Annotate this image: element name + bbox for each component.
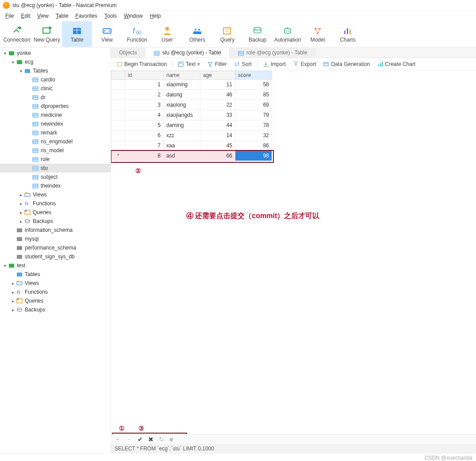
tab-role-ecg-yonke-table[interactable]: role @ecg (yonke) - Table (230, 48, 315, 58)
toolbar-charts-button[interactable]: Charts (333, 21, 363, 47)
stop-icon[interactable]: ■ (169, 436, 173, 443)
tree-item-stu[interactable]: stu (0, 164, 111, 173)
menu-window[interactable]: Window (120, 12, 146, 20)
toolbar-function-button[interactable]: f(x)Function (122, 21, 152, 47)
delete-record-icon[interactable]: － (126, 435, 132, 443)
tree-item-yonke[interactable]: ▾yonke (0, 49, 111, 58)
column-header-id[interactable]: id (125, 71, 164, 80)
tree-item-views[interactable]: ▸Views (0, 190, 111, 199)
toolbar-others-button[interactable]: Others (182, 21, 212, 47)
main-area: Objectsstu @ecg (yonke) - Tablerole @ecg… (111, 48, 476, 453)
tree-twisty-icon[interactable]: ▸ (18, 192, 24, 197)
svg-point-73 (17, 308, 22, 310)
text-mode-button[interactable]: Text ▾ (175, 60, 203, 68)
tree-twisty-icon[interactable]: ▾ (2, 263, 8, 268)
create-chart-button[interactable]: Create Chart (375, 60, 418, 68)
tree-item-performance_schema[interactable]: performance_schema (0, 243, 111, 252)
record-edit-toolbar: ＋ － ✔ ✖ ↻ ■ (111, 434, 476, 444)
menu-help[interactable]: Help (146, 12, 165, 20)
table-row[interactable]: *8asd6698 (111, 151, 272, 161)
tree-item-tables[interactable]: ▾Tables (0, 66, 111, 75)
table-row[interactable]: 3xiaolong2269 (111, 100, 272, 110)
tree-twisty-icon[interactable]: ▾ (10, 60, 16, 65)
export-button[interactable]: Export (290, 60, 319, 68)
toolbar-view-button[interactable]: View (92, 21, 122, 47)
tree-item-role[interactable]: role (0, 155, 111, 164)
menu-file[interactable]: File (2, 12, 17, 20)
refresh-icon[interactable]: ↻ (159, 436, 164, 443)
tree-item-dtproperties[interactable]: dtproperties (0, 102, 111, 111)
tree-item-queries[interactable]: ▸Queries (0, 296, 111, 305)
tree-twisty-icon[interactable]: ▾ (18, 69, 24, 73)
tree-item-functions[interactable]: ▸fxFunctions (0, 199, 111, 208)
tree-twisty-icon[interactable]: ▸ (10, 307, 16, 312)
svg-rect-65 (17, 255, 22, 259)
tree-item-remark[interactable]: remark (0, 128, 111, 137)
filter-button[interactable]: Filter (204, 60, 230, 68)
tab-objects[interactable]: Objects (111, 48, 146, 58)
menu-view[interactable]: View (34, 12, 52, 20)
tree-item-student_sign_sys_db[interactable]: student_sign_sys_db (0, 252, 111, 261)
toolbar-query-button[interactable]: Query (212, 21, 242, 47)
table-row[interactable]: 6xzz1432 (111, 131, 272, 141)
table-row[interactable]: 7xaa4586 (111, 141, 272, 151)
tree-item-theindex[interactable]: theindex (0, 181, 111, 190)
toolbar-table-button[interactable]: Table (62, 21, 92, 47)
tree-item-ris_engmodel[interactable]: ris_engmodel (0, 137, 111, 146)
begin-transaction-button[interactable]: Begin Transaction (114, 60, 169, 68)
table-row[interactable]: 2dalong4685 (111, 90, 272, 100)
tree-twisty-icon[interactable]: ▸ (18, 201, 24, 206)
charts-icon (342, 25, 354, 36)
tree-item-dr[interactable]: dr (0, 93, 111, 102)
menu-table[interactable]: Table (52, 12, 72, 20)
tree-twisty-icon[interactable]: ▸ (10, 290, 16, 295)
column-header-age[interactable]: age (200, 71, 235, 80)
column-header-score[interactable]: score (235, 71, 272, 80)
tree-item-mysql[interactable]: mysql (0, 234, 111, 243)
tree-item-backups[interactable]: ▸Backups (0, 305, 111, 314)
toolbar-connection-button[interactable]: Connection (2, 21, 32, 47)
tree-item-ecg[interactable]: ▾ecg (0, 58, 111, 66)
tree-item-subject[interactable]: subject (0, 173, 111, 181)
tree-item-queries[interactable]: ▸Queries (0, 208, 111, 217)
tree-item-cardio[interactable]: cardio (0, 75, 111, 84)
tree-twisty-icon[interactable]: ▸ (10, 281, 16, 286)
toolbar-automation-button[interactable]: Automation (273, 21, 303, 47)
toolbar-backup-button[interactable]: Backup (242, 21, 273, 47)
tree-item-functions[interactable]: ▸fxFunctions (0, 288, 111, 296)
table-row[interactable]: 4xiaojiangds3379 (111, 110, 272, 120)
tree-item-information_schema[interactable]: information_schema (0, 226, 111, 234)
tree-twisty-icon[interactable]: ▸ (18, 210, 24, 215)
tree-item-test[interactable]: ▾test (0, 261, 111, 270)
tab-stu-ecg-yonke-table[interactable]: stu @ecg (yonke) - Table (146, 48, 230, 58)
import-button[interactable]: Import (260, 60, 288, 68)
tree-twisty-icon[interactable]: ▸ (10, 299, 16, 303)
sort-button[interactable]: Sort (231, 60, 254, 68)
tree-item-tables[interactable]: Tables (0, 270, 111, 279)
data-grid[interactable]: idnameagescore1xiaoming11582dalong46853x… (111, 71, 476, 453)
toolbar-model-button[interactable]: Model (303, 21, 333, 47)
table-row[interactable]: 1xiaoming1158 (111, 80, 272, 90)
toolbar-new-query-button[interactable]: New Query (32, 21, 62, 47)
apply-record-icon[interactable]: ✔ (138, 436, 143, 443)
tree-item-medicine[interactable]: medicine (0, 111, 111, 119)
add-record-icon[interactable]: ＋ (115, 435, 121, 443)
table-icon (238, 50, 244, 56)
menu-favorites[interactable]: Favorites (72, 12, 101, 20)
tree-item-views[interactable]: ▸Views (0, 279, 111, 288)
tbl-icon (32, 156, 39, 163)
tree-twisty-icon[interactable]: ▸ (18, 219, 24, 224)
tree-item-backups[interactable]: ▸Backups (0, 217, 111, 226)
menu-edit[interactable]: Edit (17, 12, 34, 20)
tree-item-newindex[interactable]: newindex (0, 119, 111, 128)
tree-twisty-icon[interactable]: ▾ (2, 51, 8, 56)
cancel-record-icon[interactable]: ✖ (148, 436, 154, 443)
tree-item-ris_model[interactable]: ris_model (0, 146, 111, 155)
table-row[interactable]: 5daming4478 (111, 120, 272, 131)
column-header-name[interactable]: name (164, 71, 200, 80)
toolbar-user-button[interactable]: User (152, 21, 182, 47)
menu-tools[interactable]: Tools (101, 12, 120, 20)
data-generation-button[interactable]: Data Generation (320, 60, 372, 68)
connection-tree[interactable]: ▾yonke▾ecg▾Tablescardioclinicdrdtpropert… (0, 48, 111, 453)
tree-item-clinic[interactable]: clinic (0, 84, 111, 93)
